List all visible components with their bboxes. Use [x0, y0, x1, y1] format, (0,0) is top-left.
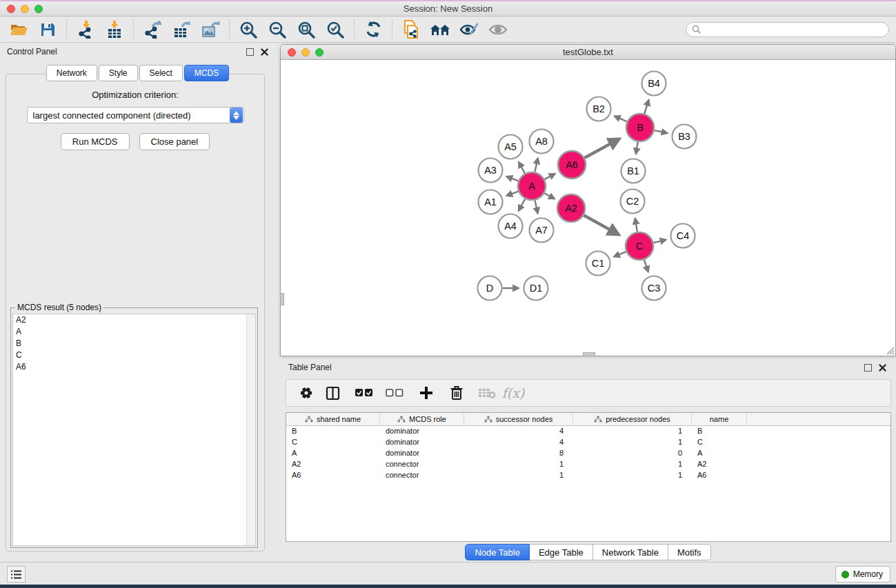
edge-B-B4[interactable]: [644, 100, 648, 114]
tab-edge-table[interactable]: Edge Table: [530, 544, 593, 560]
edge-C-C2[interactable]: [635, 219, 637, 232]
resize-grip-icon[interactable]: [885, 345, 895, 355]
tab-select[interactable]: Select: [139, 65, 183, 81]
mcds-result-item[interactable]: A2: [13, 314, 255, 326]
node-C2[interactable]: C2: [621, 190, 645, 214]
search-field[interactable]: [686, 22, 889, 37]
import-network-icon[interactable]: [75, 20, 96, 39]
float-panel-icon[interactable]: [246, 48, 254, 56]
edge-A-A4[interactable]: [519, 199, 525, 211]
mcds-result-item[interactable]: C: [13, 349, 255, 361]
edge-C-C4[interactable]: [653, 240, 666, 243]
node-B3[interactable]: B3: [673, 125, 697, 149]
node-C3[interactable]: C3: [642, 276, 666, 301]
node-B4[interactable]: B4: [642, 72, 666, 96]
tab-motifs[interactable]: Motifs: [668, 544, 711, 560]
graphics-details-icon[interactable]: [488, 20, 508, 39]
edge-A-A2[interactable]: [544, 193, 555, 199]
node-B[interactable]: B: [626, 114, 654, 141]
column-header-mcds-role[interactable]: MCDS role: [380, 413, 464, 425]
mcds-result-item[interactable]: A6: [13, 361, 255, 373]
close-panel-button[interactable]: Close panel: [139, 133, 210, 150]
table-row[interactable]: Adominator80A: [286, 448, 890, 459]
node-C1[interactable]: C1: [586, 252, 610, 276]
node-A1[interactable]: A1: [479, 190, 503, 214]
edge-C-C1[interactable]: [614, 252, 626, 256]
tab-style[interactable]: Style: [99, 65, 138, 81]
node-A3[interactable]: A3: [479, 159, 503, 183]
delete-icon[interactable]: [445, 383, 468, 403]
edge-A-A7[interactable]: [535, 201, 537, 214]
node-C4[interactable]: C4: [671, 224, 695, 248]
node-C[interactable]: C: [626, 232, 653, 260]
mcds-result-item[interactable]: B: [13, 338, 255, 349]
import-table-icon[interactable]: [104, 20, 125, 39]
splitter-handle-icon[interactable]: [583, 352, 595, 356]
edge-A6-B[interactable]: [584, 139, 619, 158]
zoom-selected-icon[interactable]: [325, 20, 346, 39]
table-row[interactable]: A2connector11A2: [286, 459, 890, 470]
tab-node-table[interactable]: Node Table: [465, 544, 530, 560]
tab-mcds[interactable]: MCDS: [184, 65, 229, 81]
node-D[interactable]: D: [478, 276, 502, 301]
clone-network-icon[interactable]: [401, 20, 421, 39]
close-panel-icon[interactable]: [879, 364, 886, 372]
node-table[interactable]: shared nameMCDS rolesuccessor nodesprede…: [286, 412, 891, 542]
node-A5[interactable]: A5: [499, 135, 523, 159]
close-panel-icon[interactable]: [261, 48, 268, 56]
edge-B-B2[interactable]: [615, 116, 627, 121]
open-session-icon[interactable]: [8, 20, 29, 39]
float-panel-icon[interactable]: [864, 364, 872, 372]
node-A[interactable]: A: [518, 172, 546, 200]
run-mcds-button[interactable]: Run MCDS: [61, 133, 130, 150]
node-A8[interactable]: A8: [530, 130, 554, 154]
table-row[interactable]: Cdominator41C: [286, 437, 890, 448]
node-A4[interactable]: A4: [499, 214, 523, 239]
edge-A2-C[interactable]: [584, 215, 619, 234]
memory-button[interactable]: Memory: [835, 566, 890, 582]
criterion-dropdown[interactable]: largest connected component (directed): [27, 107, 244, 123]
node-B2[interactable]: B2: [587, 97, 611, 121]
search-input[interactable]: [704, 25, 883, 34]
edge-A-A5[interactable]: [519, 162, 525, 174]
column-header-name[interactable]: name: [692, 413, 747, 425]
edge-B-B1[interactable]: [636, 142, 638, 154]
mcds-result-list[interactable]: A2ABCA6: [12, 314, 256, 546]
edge-A-A3[interactable]: [506, 176, 518, 181]
scrollbar-track[interactable]: [246, 314, 255, 545]
home-panels-icon[interactable]: [430, 20, 450, 39]
export-image-icon[interactable]: [200, 20, 221, 39]
export-table-icon[interactable]: [171, 20, 192, 39]
export-network-icon[interactable]: [142, 20, 163, 39]
column-header-successor-nodes[interactable]: successor nodes: [464, 413, 573, 425]
table-row[interactable]: Bdominator41B: [286, 426, 890, 437]
save-session-icon[interactable]: [37, 20, 58, 39]
node-A6[interactable]: A6: [558, 151, 586, 179]
deselect-all-checkboxes-icon[interactable]: [383, 383, 406, 403]
zoom-in-icon[interactable]: [238, 20, 259, 39]
refresh-icon[interactable]: [363, 20, 384, 39]
select-all-checkboxes-icon[interactable]: [352, 383, 376, 403]
node-B1[interactable]: B1: [621, 159, 646, 183]
split-columns-icon[interactable]: [321, 383, 344, 403]
node-D1[interactable]: D1: [524, 276, 548, 301]
tab-network[interactable]: Network: [46, 65, 97, 81]
node-A7[interactable]: A7: [530, 219, 554, 243]
network-window-titlebar[interactable]: testGlobe.txt: [281, 45, 895, 60]
column-header-predecessor-nodes[interactable]: predecessor nodes: [573, 413, 692, 425]
edge-A-A6[interactable]: [545, 174, 555, 179]
edge-C-C3[interactable]: [644, 260, 648, 272]
network-graph[interactable]: AA1A2A3A4A5A6A7A8BB1B2B3B4CC1C2C3C4DD1: [281, 61, 895, 356]
table-row[interactable]: A6connector11A6: [286, 470, 890, 481]
add-column-icon[interactable]: [415, 383, 438, 403]
splitter-handle-icon[interactable]: [280, 293, 284, 305]
edge-A-A8[interactable]: [535, 158, 537, 172]
annotation-eye-icon[interactable]: [459, 20, 479, 39]
task-history-button[interactable]: [7, 566, 26, 582]
edge-B-B3[interactable]: [655, 130, 668, 133]
network-canvas[interactable]: AA1A2A3A4A5A6A7A8BB1B2B3B4CC1C2C3C4DD1: [281, 61, 895, 356]
gear-icon[interactable]: [295, 383, 318, 403]
edge-A-A1[interactable]: [506, 192, 518, 196]
zoom-fit-icon[interactable]: [296, 20, 317, 39]
mcds-result-item[interactable]: A: [13, 326, 255, 338]
